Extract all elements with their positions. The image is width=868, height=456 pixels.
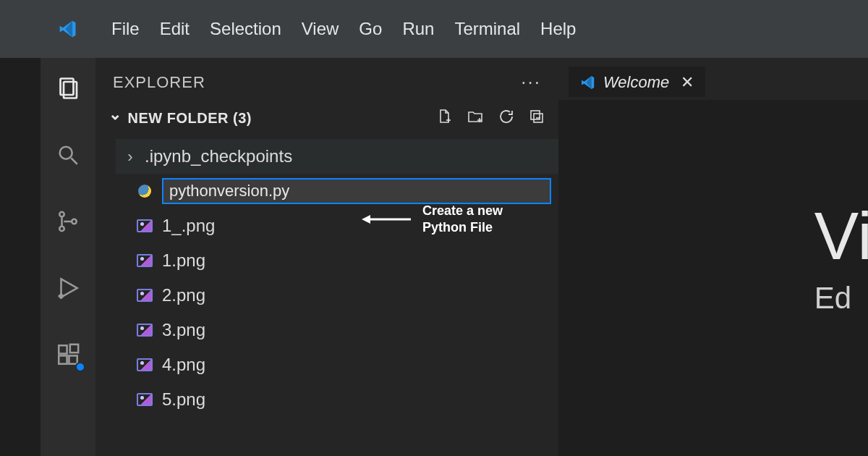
editor-area: Welcome ✕ Vi Ed (558, 58, 868, 456)
menu-edit[interactable]: Edit (160, 19, 190, 39)
welcome-subheading: Ed (814, 281, 868, 316)
menu-selection[interactable]: Selection (210, 19, 281, 39)
arrow-left-icon (362, 212, 412, 227)
explorer-header: EXPLORER ··· (95, 58, 558, 101)
menu-file[interactable]: File (111, 19, 140, 39)
workspace-folder-row[interactable]: NEW FOLDER (3) (95, 101, 558, 136)
annotation-line1: Create a new (422, 203, 503, 219)
menu-go[interactable]: Go (359, 19, 382, 39)
menu-run[interactable]: Run (402, 19, 434, 39)
menu-terminal[interactable]: Terminal (454, 19, 520, 39)
tree-file-label: 4.png (162, 355, 205, 375)
editor-tab-title: Welcome (603, 73, 669, 92)
vscode-logo-icon (580, 75, 596, 90)
image-file-icon (136, 356, 153, 373)
tree-file-row[interactable]: 5.png (116, 382, 558, 417)
svg-rect-13 (70, 345, 78, 352)
explorer-folder-actions (435, 108, 545, 129)
menu-help[interactable]: Help (540, 19, 576, 39)
file-tree: .ipynb_checkpoints 1_.png 1.png 2.png 3.… (95, 136, 558, 417)
explorer-more-icon[interactable]: ··· (521, 71, 541, 93)
vscode-logo-icon (58, 19, 78, 39)
image-file-icon (136, 252, 153, 269)
svg-rect-10 (59, 345, 67, 353)
tutorial-annotation: Create a new Python File (362, 203, 503, 235)
svg-point-2 (60, 147, 72, 159)
refresh-icon[interactable] (498, 108, 515, 129)
close-icon[interactable]: ✕ (681, 73, 694, 92)
tree-file-label: 1_.png (162, 216, 215, 236)
tree-file-row[interactable]: 1.png (116, 243, 558, 278)
vscode-window: File Edit Selection View Go Run Terminal… (0, 0, 868, 456)
svg-point-6 (72, 219, 77, 224)
tree-file-label: 1.png (162, 250, 205, 271)
tree-folder-row[interactable]: .ipynb_checkpoints (116, 139, 558, 174)
tree-file-row[interactable]: 3.png (116, 313, 558, 347)
chevron-right-icon (124, 146, 136, 166)
explorer-title: EXPLORER (113, 73, 205, 92)
activity-badge-icon (75, 362, 85, 372)
titlebar-left-pad (0, 0, 41, 58)
collapse-all-icon[interactable] (528, 108, 545, 129)
svg-line-3 (71, 158, 77, 164)
image-file-icon (136, 287, 153, 304)
new-file-name-input[interactable] (162, 178, 551, 204)
editor-tab-welcome[interactable]: Welcome ✕ (569, 67, 705, 97)
editor-tabs: Welcome ✕ (558, 58, 868, 100)
welcome-page: Vi Ed (814, 203, 868, 316)
image-file-icon (136, 391, 153, 408)
svg-point-4 (59, 212, 64, 217)
tree-file-label: 2.png (162, 285, 205, 305)
new-folder-icon[interactable] (466, 108, 485, 129)
annotation-line2: Python File (422, 219, 503, 236)
svg-rect-12 (69, 355, 77, 363)
image-file-icon (136, 217, 153, 235)
activity-source-control-icon[interactable] (54, 207, 82, 236)
tree-file-row[interactable]: 4.png (116, 347, 558, 382)
tree-file-row[interactable]: 2.png (116, 278, 558, 313)
svg-rect-11 (59, 355, 67, 363)
svg-point-5 (59, 227, 64, 232)
image-file-icon (136, 321, 153, 339)
svg-marker-22 (362, 215, 370, 224)
new-file-icon[interactable] (435, 108, 453, 129)
menu-view[interactable]: View (302, 19, 339, 39)
chevron-down-icon (109, 109, 122, 128)
tree-folder-label: .ipynb_checkpoints (145, 146, 292, 166)
workspace-folder-name: NEW FOLDER (3) (128, 110, 252, 127)
welcome-heading: Vi (814, 203, 868, 269)
activity-search-icon[interactable] (54, 140, 82, 169)
menu-bar: File Edit Selection View Go Run Terminal… (41, 0, 868, 58)
explorer-sidebar: EXPLORER ··· NEW FOLDER (3) (95, 58, 558, 456)
activity-extensions-icon[interactable] (54, 340, 82, 369)
tree-file-label: 3.png (162, 320, 205, 340)
tree-file-label: 5.png (162, 389, 205, 410)
python-file-icon (136, 182, 153, 200)
activity-explorer-icon[interactable] (54, 74, 82, 103)
activity-run-debug-icon[interactable] (54, 274, 82, 303)
activity-bar (41, 58, 95, 456)
